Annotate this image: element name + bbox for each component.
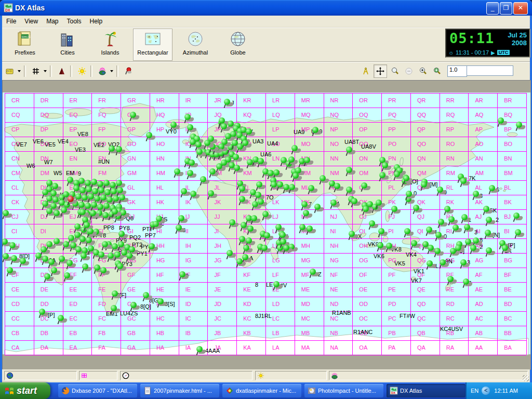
map-rect-icon [144,31,161,47]
toolbar-button-islands[interactable]: Islands [90,29,130,61]
map-area[interactable]: CRCQCPCOCNCMCLCKCJCICHCGCFCECDCCCBCADRDQ… [2,80,531,370]
grid-square-label: RI [446,228,452,234]
menu-view[interactable]: View [20,16,42,26]
toolbar-button-globe[interactable]: Globe [218,29,258,61]
tool-magminus-icon[interactable] [403,65,415,77]
grid-square-label: DE [41,286,48,292]
toolbar-button-azimuthal[interactable]: Azimuthal [176,29,215,61]
grid-square-label: QC [417,315,426,322]
status-panel-gridmagenta-icon [79,371,117,380]
grid-square-label: NJ [330,214,337,220]
grid-square-label: NF [330,272,338,278]
tool-mountain-icon[interactable] [56,65,68,77]
grid-square-label: NI [330,228,336,234]
grid-square-label: EP [70,126,77,132]
grid-square-label: JB [214,330,221,336]
language-indicator[interactable]: EN [471,388,478,394]
grid-square-label: NR [330,97,339,103]
grid-square-label: PF [388,272,395,278]
tool-mag-icon[interactable] [389,65,401,77]
tool-divider-icon[interactable] [360,65,372,77]
utc-badge[interactable]: UTC [497,50,510,55]
tool-tag-icon[interactable] [4,65,16,77]
tool-sun-icon[interactable] [76,65,88,77]
clock-time: 05:11 [449,30,494,46]
menu-map[interactable]: Map [42,16,62,26]
grid-square-label: OH [359,243,368,249]
title-bar[interactable]: DX DX Atlas _ ❐ ✕ [0,0,532,16]
tool-gridtool-icon-dropdown[interactable] [42,65,48,77]
taskbar-item-3[interactable]: dxatlaspinmaker - Mic... [222,384,301,397]
tool-tag-icon-dropdown[interactable] [16,65,22,77]
grid-square-label: FC [98,315,106,322]
zoom-extra-field[interactable] [467,65,513,76]
grid-square-label: FR [98,97,106,103]
grid-square-label: JQ [214,112,221,118]
restore-button[interactable]: ❐ [500,2,512,15]
grid-square-label: MH [301,243,310,249]
grid-square-label: HR [156,97,165,103]
tool-move-icon[interactable] [374,64,387,78]
magminus-icon [405,67,413,75]
grid-square-label: JD [214,301,221,307]
prefix-label: 7O [266,194,274,201]
prefix-label: VK4 [406,251,417,258]
grid-square-label: RN [446,155,455,162]
grid-square-label: QI [417,228,423,234]
taskbar-item-1[interactable]: Dxbase 2007 - "DXAtl... [58,384,137,397]
menu-help[interactable]: Help [86,16,107,26]
minimize-button[interactable]: _ [486,2,499,15]
tray-chevron-icon[interactable]: < [482,387,490,395]
grid-square-label: OF [359,272,367,278]
grid-square-label: KM [243,170,252,176]
tool-propglobe-icon-dropdown[interactable] [109,65,114,77]
play-icon[interactable]: ▶ [491,50,495,56]
grid-square-label: IH [185,243,191,249]
toolbar-button-cities[interactable]: Cities [48,29,87,61]
menu-tools[interactable]: Tools [62,16,85,26]
dx-atlas-window: DX DX Atlas _ ❐ ✕ FileViewMapToolsHelp D… [0,0,532,382]
tool-redpin-icon[interactable] [122,65,135,77]
taskbar-item-4[interactable]: PhotoImpact - Untitle... [304,384,383,397]
tool-gridtool-icon[interactable] [30,65,42,77]
menu-file[interactable]: File [2,16,20,26]
propglobe-icon [98,67,107,75]
grid-square-label: LJ [272,214,278,220]
grid-square-label: QJ [417,214,424,220]
toolbar-button-rectangular[interactable]: Rectangular [133,29,172,61]
grid-line [5,340,526,341]
grid-square-label: KE [243,286,251,292]
tool-propglobe-icon[interactable] [96,65,109,77]
grid-square-label: FQ [98,112,106,118]
tool-magplus-icon[interactable] [417,65,429,77]
close-button[interactable]: ✕ [513,2,528,15]
grid-square-label: AQ [475,112,483,118]
taskbar-item-5[interactable]: DXDX Atlas [387,384,466,397]
taskbar-item-2[interactable]: 2007pinmaker.html - ... [140,384,219,397]
toolbar-button-label: Globe [230,49,245,56]
grid-square-label: MQ [301,112,311,118]
start-button[interactable]: start [0,382,50,399]
grid-square-label: AN [475,155,483,162]
grid-square-label: BI [504,228,509,234]
grid-square-label: CN [11,155,20,162]
grid-square-label: HI [156,228,162,234]
grid-square-label: RK [446,199,454,205]
tray-clock[interactable]: 12:11 AM [494,388,518,394]
grid-square-label: MD [301,301,310,307]
grid-square-label: HO [156,141,165,147]
zoom-value-field[interactable]: 1.0 [447,65,467,77]
grid-square-label: QB [417,330,425,336]
grid-square-label: NB [330,330,338,336]
grid-square-label: BB [504,330,512,336]
prefix-label: UA3 [252,138,263,144]
grid-square-label: NM [330,170,339,176]
toolbar-button-prefixes[interactable]: DXCCPrefixes [5,29,45,61]
grid-square-label: JI [214,228,219,234]
grid-line [526,93,527,355]
grid-square-label: CP [11,126,19,132]
grid-square-label: CA [11,344,19,351]
tool-magrect-icon[interactable] [431,65,443,77]
prefix-label: UA8T [344,139,359,145]
grid-square-label: EJ [70,214,76,220]
